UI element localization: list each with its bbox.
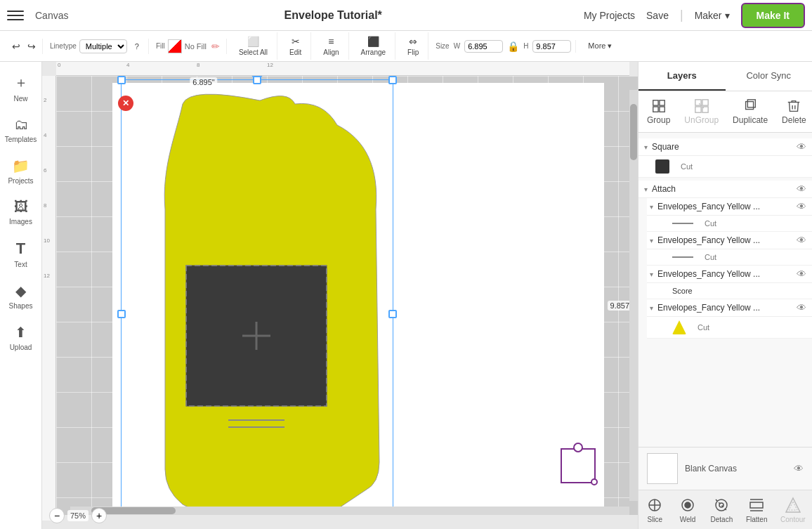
sidebar-item-templates[interactable]: 🗂 Templates xyxy=(3,111,39,149)
attach-visibility-toggle[interactable]: 👁 xyxy=(797,183,806,195)
delete-selection-button[interactable]: ✕ xyxy=(118,96,133,111)
layer-item-square-cut[interactable]: Cut xyxy=(639,156,812,178)
width-dimension-label: 6.895" xyxy=(190,77,217,87)
contour-tool[interactable]: Contour xyxy=(775,494,811,526)
linetype-label: Linetype xyxy=(50,42,77,50)
size-h-label: H xyxy=(523,42,528,50)
more-button[interactable]: More ▾ xyxy=(583,38,617,54)
attach-chevron-icon[interactable]: ▾ xyxy=(644,185,648,193)
lock-icon[interactable]: 🔒 xyxy=(507,41,519,52)
sidebar-item-shapes[interactable]: ◆ Shapes xyxy=(3,277,39,315)
square-visibility-toggle[interactable]: 👁 xyxy=(797,141,806,152)
subgroup-3-header[interactable]: ▾ Envelopes_Fancy Yellow ... 👁 xyxy=(647,266,812,283)
subgroup4-chevron-icon[interactable]: ▾ xyxy=(650,304,653,312)
subgroup-1-header[interactable]: ▾ Envelopes_Fancy Yellow ... 👁 xyxy=(647,198,812,216)
sidebar-item-upload[interactable]: ⬆ Upload xyxy=(3,318,39,357)
duplicate-icon xyxy=(742,98,758,114)
layer-group-attach-header[interactable]: ▾ Attach 👁 xyxy=(639,181,812,198)
edit-button[interactable]: ✂ Edit xyxy=(284,32,306,60)
linetype-help-button[interactable]: ? xyxy=(130,39,144,54)
ungroup-label: UnGroup xyxy=(684,115,719,125)
delete-button[interactable]: Delete xyxy=(776,96,812,128)
zoom-in-button[interactable]: + xyxy=(91,508,107,523)
subgroup-2-header[interactable]: ▾ Envelopes_Fancy Yellow ... 👁 xyxy=(647,232,812,249)
svg-rect-15 xyxy=(746,102,754,110)
undo-button[interactable]: ↩ xyxy=(10,39,22,54)
subgroup4-visibility-toggle[interactable]: 👁 xyxy=(797,302,806,313)
small-rotate-handle[interactable] xyxy=(573,443,583,452)
save-button[interactable]: Save xyxy=(646,10,669,21)
layer-item-env2-cut[interactable]: Cut xyxy=(647,249,812,266)
group-button[interactable]: Group xyxy=(641,96,676,128)
sidebar-item-text[interactable]: T Text xyxy=(3,234,39,274)
subgroup1-chevron-icon[interactable]: ▾ xyxy=(650,203,653,211)
fill-color-swatch[interactable] xyxy=(168,39,182,53)
subgroup2-visibility-toggle[interactable]: 👁 xyxy=(797,235,806,246)
maker-button[interactable]: Maker ▾ xyxy=(695,10,730,21)
svg-rect-10 xyxy=(695,100,701,105)
blank-canvas-row: Blank Canvas 👁 xyxy=(639,447,812,490)
sidebar-item-images[interactable]: 🖼 Images xyxy=(3,193,39,231)
slice-tool[interactable]: Slice xyxy=(639,494,670,526)
select-all-section: ⬜ Select All xyxy=(230,32,277,60)
linetype-select[interactable]: Multiple xyxy=(79,39,127,53)
delete-label: Delete xyxy=(782,115,806,125)
subgroup-4-header[interactable]: ▾ Envelopes_Fancy Yellow ... 👁 xyxy=(647,299,812,317)
my-projects-button[interactable]: My Projects xyxy=(584,10,635,21)
svg-rect-25 xyxy=(750,502,763,508)
subgroup1-visibility-toggle[interactable]: 👁 xyxy=(797,201,806,212)
arrange-button[interactable]: ⬛ Arrange xyxy=(356,32,391,60)
small-selected-box[interactable] xyxy=(561,448,596,483)
svg-point-21 xyxy=(685,502,690,508)
svg-rect-16 xyxy=(747,100,755,107)
ungroup-button[interactable]: UnGroup xyxy=(679,96,724,128)
tab-layers[interactable]: Layers xyxy=(639,62,726,91)
tab-color-sync[interactable]: Color Sync xyxy=(726,62,813,91)
size-w-input[interactable] xyxy=(464,40,503,53)
fill-label: Fill xyxy=(156,42,165,50)
sidebar-item-projects[interactable]: 📁 Projects xyxy=(3,152,39,190)
vertical-scroll-thumb[interactable] xyxy=(630,104,637,160)
svg-rect-11 xyxy=(702,100,708,105)
subgroup2-chevron-icon[interactable]: ▾ xyxy=(650,237,653,244)
flip-button[interactable]: ⇔ Flip xyxy=(402,32,424,60)
ruler-top: 0 4 8 12 xyxy=(56,62,629,76)
redo-button[interactable]: ↪ xyxy=(25,39,38,54)
attach-group-title: Attach xyxy=(652,184,792,194)
horizontal-scrollbar[interactable] xyxy=(70,507,629,515)
sidebar-item-new[interactable]: ＋ New xyxy=(3,67,39,108)
svg-rect-8 xyxy=(653,107,657,112)
vertical-scrollbar[interactable] xyxy=(629,90,638,501)
detach-tool[interactable]: Detach xyxy=(705,494,739,526)
canvas-content[interactable]: ✕ 6.895" 9.857" xyxy=(56,76,638,515)
subgroup3-chevron-icon[interactable]: ▾ xyxy=(650,270,653,278)
hamburger-menu[interactable] xyxy=(7,7,24,24)
layer-item-env3-score[interactable]: Score xyxy=(647,283,812,299)
canvas-area[interactable]: 0 4 8 12 2 4 6 8 10 12 xyxy=(42,62,638,529)
ruler-left: 2 4 6 8 10 12 xyxy=(42,76,56,521)
align-button[interactable]: ≡ Align xyxy=(318,32,343,60)
make-it-button[interactable]: Make It xyxy=(741,3,805,28)
size-h-input[interactable] xyxy=(532,40,571,53)
bottom-tools: Slice Weld Detach xyxy=(639,490,812,529)
flatten-tool[interactable]: Flatten xyxy=(740,494,773,526)
blank-canvas-visibility-toggle[interactable]: 👁 xyxy=(794,463,804,474)
layer-item-env1-cut[interactable]: Cut xyxy=(647,216,812,232)
layer-group-square-header[interactable]: ▾ Square 👁 xyxy=(639,138,812,156)
square-cut-label: Cut xyxy=(675,162,806,171)
small-resize-handle-br[interactable] xyxy=(591,478,598,485)
sidebar-new-label: New xyxy=(13,95,27,103)
images-icon: 🖼 xyxy=(14,199,28,215)
subgroup3-visibility-toggle[interactable]: 👁 xyxy=(797,268,806,280)
svg-rect-12 xyxy=(695,107,701,112)
duplicate-button[interactable]: Duplicate xyxy=(727,96,773,128)
subgroup-2: ▾ Envelopes_Fancy Yellow ... 👁 Cut xyxy=(639,232,812,266)
env1-cut-label: Cut xyxy=(699,219,806,228)
zoom-out-button[interactable]: − xyxy=(49,508,65,523)
layer-item-env4-cut[interactable]: Cut xyxy=(647,317,812,339)
select-all-button[interactable]: ⬜ Select All xyxy=(234,32,273,60)
blank-canvas-swatch xyxy=(647,453,678,484)
fill-edit-button[interactable]: ✏ xyxy=(209,39,222,54)
weld-tool[interactable]: Weld xyxy=(672,494,703,526)
square-chevron-icon[interactable]: ▾ xyxy=(644,143,648,151)
